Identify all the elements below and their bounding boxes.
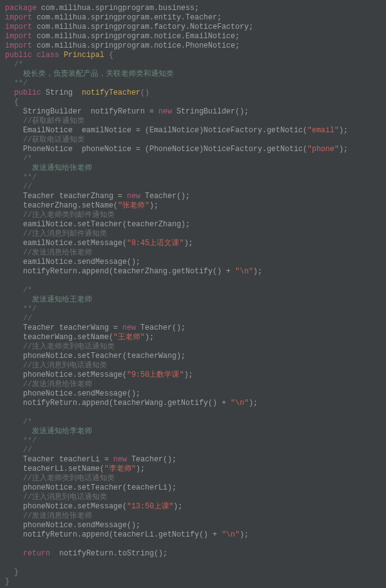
code-token-cmtline: //: [5, 446, 32, 454]
code-line: //注入老师类到邮件通知类: [5, 211, 381, 220]
code-token-ident: StringBuilder notifyReturn =: [5, 107, 159, 116]
code-line: notifyReturn.append(teacherWang.getNotif…: [5, 399, 381, 408]
code-line: Teacher teacherZhang = new Teacher();: [5, 192, 381, 201]
code-line: Teacher teacherLi = new Teacher();: [5, 455, 381, 465]
code-token-kw: new: [127, 192, 140, 201]
code-token-pkg: com.milihua.springprogram.factory.Notice…: [36, 23, 253, 31]
code-line: return notifyReturn.toString();: [5, 549, 381, 559]
code-token-cmtline: //发送消息给张老师: [5, 380, 92, 389]
code-token-cmtline: //注入消息到电话通知类: [5, 361, 107, 370]
code-token-str: "\n": [222, 530, 240, 539]
code-line: eamilNotice.sendMessage();: [5, 258, 381, 267]
code-token-punc: (): [140, 88, 149, 97]
code-token-ident: phoneNotice.sendMessage();: [5, 521, 140, 530]
code-token-ident: StringBuilder();: [172, 107, 248, 116]
code-line: StringBuilder notifyReturn = new StringB…: [5, 107, 381, 117]
code-line: phoneNotice.sendMessage();: [5, 389, 381, 399]
code-block: package com.milihua.springprogram.busine…: [5, 4, 381, 587]
code-token-ident: phoneNotice.sendMessage();: [5, 389, 140, 398]
code-line: [5, 540, 381, 549]
code-token-ident: notifyReturn.append(teacherWang.getNotif…: [5, 399, 231, 407]
code-token-cmtline: //获取电话通知类: [5, 135, 85, 144]
code-token-ident: [5, 88, 14, 97]
code-line: /*: [5, 154, 381, 164]
code-token-ident: );: [339, 145, 348, 154]
code-line: public String notifyTeacher(): [5, 88, 381, 98]
code-line: phoneNotice.setMessage("9:50上数学课");: [5, 370, 381, 380]
code-token-kw: import: [5, 41, 36, 50]
code-token-cls: notifyTeacher: [81, 88, 140, 97]
code-token-pkg: com.milihua.springprogram.notice.PhoneNo…: [36, 41, 239, 50]
code-token-ident: phoneNotice.setTeacher(teacherWang);: [5, 352, 185, 360]
code-token-ident: );: [249, 399, 258, 407]
code-line: phoneNotice.setTeacher(teacherLi);: [5, 483, 381, 493]
code-token-cmtzh: 发送通知给王老师: [5, 295, 92, 304]
code-line: phoneNotice.setMessage("13:50上课");: [5, 502, 381, 512]
code-token-str: "\n": [231, 399, 249, 407]
code-token-kw: import: [5, 13, 36, 22]
code-token-kw: import: [5, 23, 36, 31]
code-line: import com.milihua.springprogram.entity.…: [5, 13, 381, 23]
code-token-cls: Principal: [64, 51, 105, 60]
code-line: teacherWang.setName("王老师");: [5, 333, 381, 342]
code-line: {: [5, 98, 381, 107]
code-token-kw: new: [159, 107, 172, 116]
code-token-str: "\n": [235, 267, 253, 276]
code-token-ident: teacherLi.setName(: [5, 465, 104, 473]
code-token-kw: public class: [5, 51, 64, 60]
code-token-pkg: com.milihua.springprogram.entity.Teacher…: [36, 13, 221, 22]
code-token-str: "email": [307, 126, 338, 135]
code-token-cmtline: //发送消息给张老师: [5, 512, 92, 520]
code-token-cmtzh: 校长类，负责装配产品，关联老师类和通知类: [5, 70, 174, 78]
code-line: teacherZhang.setName("张老师");: [5, 201, 381, 211]
code-token-ident: phoneNotice.setMessage(: [5, 502, 127, 511]
code-line: **/: [5, 79, 381, 88]
code-token-cmtzh: 发送通知给李老师: [5, 427, 92, 436]
code-line: //: [5, 182, 381, 192]
code-line: public class Principal {: [5, 51, 381, 60]
code-line: import com.milihua.springprogram.notice.…: [5, 41, 381, 51]
code-token-cmtblock: /*: [5, 60, 23, 69]
code-line: EmailNotice eamilNotice = (EmailNotice)N…: [5, 126, 381, 135]
code-token-ident: Teacher teacherZhang =: [5, 192, 127, 201]
code-token-kw: package: [5, 4, 41, 13]
code-token-str: "13:50上课": [127, 502, 173, 511]
code-token-cmtline: //注入老师类到电话通知类: [5, 474, 115, 483]
code-token-cmtblock: /*: [5, 286, 32, 295]
code-token-ident: teacherWang.setName(: [5, 333, 113, 342]
code-token-cmtblock: **/: [5, 79, 28, 88]
code-token-kw: public: [14, 88, 41, 97]
code-line: teacherLi.setName("李老师");: [5, 465, 381, 474]
code-token-kw: new: [122, 323, 136, 332]
code-line: //获取邮件通知类: [5, 117, 381, 126]
code-line: 发送通知给李老师: [5, 427, 381, 436]
code-token-cmtblock: /*: [5, 154, 32, 163]
code-token-cmtline: //注入消息到邮件通知类: [5, 229, 107, 238]
code-line: //注入消息到电话通知类: [5, 361, 381, 370]
code-token-cmtblock: **/: [5, 305, 36, 313]
code-token-cmtzh: 发送通知给张老师: [5, 164, 92, 172]
code-token-ident: EmailNotice eamilNotice = (EmailNotice)N…: [5, 126, 307, 135]
code-token-punc: {: [104, 51, 113, 60]
code-token-cmtline: //获取邮件通知类: [5, 117, 85, 125]
code-line: import com.milihua.springprogram.factory…: [5, 23, 381, 32]
code-token-str: "王老师": [113, 333, 145, 342]
code-line: }: [5, 577, 381, 587]
code-token-str: "8:45上语文课": [127, 239, 184, 248]
code-token-ident: Teacher();: [140, 192, 190, 201]
code-token-pkg: com.milihua.springprogram.business;: [41, 4, 199, 13]
code-token-ident: );: [136, 465, 145, 473]
code-token-ident: [5, 559, 9, 567]
code-line: eamilNotice.setTeacher(teacherZhang);: [5, 220, 381, 229]
code-token-pkg: com.milihua.springprogram.notice.EmailNo…: [36, 32, 239, 41]
code-line: notifyReturn.append(teacherZhang.getNoti…: [5, 267, 381, 276]
code-token-ident: phoneNotice.setMessage(: [5, 370, 127, 379]
code-line: package com.milihua.springprogram.busine…: [5, 4, 381, 13]
code-line: }: [5, 568, 381, 577]
code-line: //注入老师类到电话通知类: [5, 474, 381, 483]
code-token-kw: new: [113, 455, 127, 464]
code-token-ident: notifyReturn.append(teacherLi.getNotify(…: [5, 530, 222, 539]
code-token-ident: Teacher teacherLi =: [5, 455, 113, 464]
code-token-ident: eamilNotice.setMessage(: [5, 239, 127, 248]
code-line: //发送消息给张老师: [5, 380, 381, 389]
